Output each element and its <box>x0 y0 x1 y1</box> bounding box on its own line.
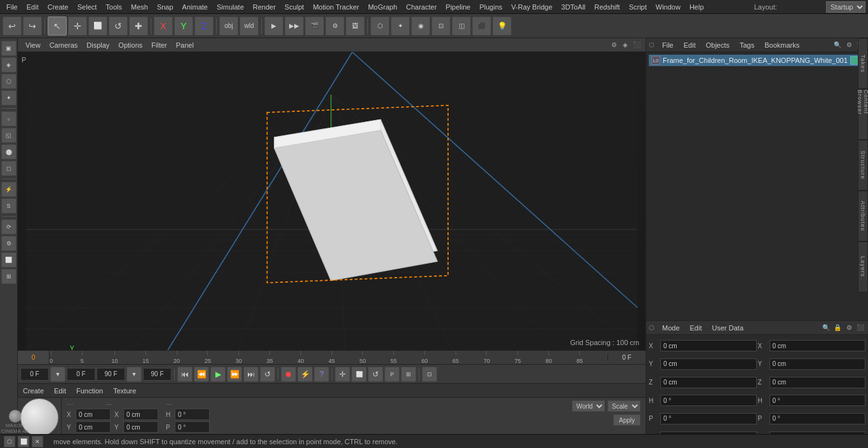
menu-help[interactable]: Help <box>686 2 708 12</box>
layout-select[interactable]: Startup <box>826 1 865 13</box>
viewport-menu-cameras[interactable]: Cameras <box>46 40 82 50</box>
tab-content-browser[interactable]: Content Browser <box>858 89 868 140</box>
object-button[interactable]: obj <box>219 17 238 36</box>
undo-button[interactable]: ↩ <box>3 17 22 36</box>
snap-2d[interactable]: ✦ <box>391 17 410 36</box>
pb-play[interactable]: ▶ <box>210 367 226 382</box>
coord-p-val[interactable]: 0 ° <box>175 421 210 433</box>
transform-tool-button[interactable]: ✚ <box>129 17 148 36</box>
render-to-po[interactable]: ▶▶ <box>285 17 304 36</box>
menu-mograph[interactable]: MoGraph <box>364 2 401 12</box>
sidebar-btn-6[interactable]: ◱ <box>1 128 17 143</box>
pb-loop[interactable]: ↺ <box>260 367 275 382</box>
coord-y2-val[interactable]: 0 cm <box>123 421 158 433</box>
menu-create[interactable]: Create <box>44 2 72 12</box>
sidebar-btn-1[interactable]: ▣ <box>1 41 17 56</box>
playback-current-frame[interactable]: 0 F <box>67 368 95 381</box>
obj-settings-icon[interactable]: ⚙ <box>844 40 854 50</box>
pb-all-key[interactable]: P <box>384 367 400 382</box>
sidebar-btn-12[interactable]: ⚙ <box>1 236 17 251</box>
mat-menu-function[interactable]: Function <box>74 386 105 396</box>
viewport-menu-options[interactable]: Options <box>114 40 146 50</box>
attr-z-value[interactable]: 0 cm <box>660 377 757 388</box>
obj-menu-bookmarks[interactable]: Bookmarks <box>762 40 802 50</box>
viewport[interactable]: Perspective <box>18 52 646 350</box>
attr-expand-icon[interactable]: ⬛ <box>855 323 865 333</box>
obj-menu-tags[interactable]: Tags <box>737 40 757 50</box>
menu-script[interactable]: Script <box>625 2 651 12</box>
pb-goto-start[interactable]: ⏮ <box>177 367 193 382</box>
redo-button[interactable]: ↪ <box>23 17 42 36</box>
menu-vray[interactable]: V-Ray Bridge <box>508 2 557 12</box>
select-tool-button[interactable]: ↖ <box>48 17 67 36</box>
pb-rotate-key[interactable]: ↺ <box>368 367 383 382</box>
pb-goto-end[interactable]: ⏭ <box>243 367 259 382</box>
menu-simulate[interactable]: Simulate <box>213 2 248 12</box>
attr-x2-value[interactable]: 0 cm <box>770 340 866 351</box>
playback-end-frame[interactable]: 90 F <box>97 368 125 381</box>
sidebar-btn-13[interactable]: ⬜ <box>1 252 17 268</box>
snap-edge[interactable]: ⬛ <box>472 17 491 36</box>
pb-arrow-down-2[interactable]: ▼ <box>126 367 142 382</box>
attr-x-value[interactable]: 0 cm <box>660 340 757 351</box>
pb-record-btn[interactable]: ⏺ <box>281 367 296 382</box>
attr-h2-value[interactable]: 0 ° <box>770 395 866 406</box>
menu-animate[interactable]: Animate <box>179 2 212 12</box>
status-icon-3[interactable]: ✕ <box>32 436 43 447</box>
attr-h-value[interactable]: 0 ° <box>660 395 757 406</box>
menu-redshift[interactable]: Redshift <box>590 2 623 12</box>
scale-tool-button[interactable]: ⬜ <box>88 17 107 36</box>
sidebar-btn-5[interactable]: ⬦ <box>1 111 17 126</box>
viewport-icon-1[interactable]: ⚙ <box>609 40 619 50</box>
attr-search-icon[interactable]: 🔍 <box>821 323 831 333</box>
sidebar-btn-7[interactable]: ⬤ <box>1 144 17 160</box>
tab-attributes[interactable]: Attributes <box>858 191 868 241</box>
mat-menu-edit[interactable]: Edit <box>51 386 69 396</box>
attr-menu-userdata[interactable]: User Data <box>710 323 747 333</box>
sidebar-btn-4[interactable]: ✦ <box>1 90 17 105</box>
viewport-icon-2[interactable]: ◈ <box>620 40 630 50</box>
timeline-ruler[interactable]: 051015202530354045505560657075808590 <box>50 351 607 364</box>
obj-menu-objects[interactable]: Objects <box>703 40 732 50</box>
coord-h-val[interactable]: 0 ° <box>175 409 210 420</box>
menu-file[interactable]: File <box>3 2 22 12</box>
menu-snap[interactable]: Snap <box>153 2 177 12</box>
viewport-menu-display[interactable]: Display <box>83 40 113 50</box>
world-button[interactable]: wld <box>240 17 259 36</box>
pb-mode-btn[interactable]: ⊡ <box>422 367 437 382</box>
viewport-menu-filter[interactable]: Filter <box>147 40 170 50</box>
status-icon-1[interactable]: ⬡ <box>4 436 15 447</box>
status-icon-2[interactable]: ⬜ <box>18 436 29 447</box>
world-dropdown[interactable]: World <box>572 400 605 412</box>
x-axis-button[interactable]: X <box>154 17 173 36</box>
attr-lock-icon[interactable]: 🔒 <box>832 323 843 333</box>
playback-preview-end[interactable]: 90 F <box>143 368 172 381</box>
snap-vertex[interactable]: ◫ <box>452 17 471 36</box>
move-tool-button[interactable]: ✛ <box>68 17 87 36</box>
make-preview[interactable]: 🎬 <box>305 17 324 36</box>
attr-p2-value[interactable]: 0 ° <box>770 413 866 424</box>
menu-sculpt[interactable]: Sculpt <box>281 2 308 12</box>
menu-plugins[interactable]: Plugins <box>475 2 506 12</box>
pb-arrow-down[interactable]: ▼ <box>50 367 65 382</box>
pb-move-key[interactable]: ✛ <box>335 367 350 382</box>
sidebar-btn-8[interactable]: ◻ <box>1 161 17 176</box>
menu-3dtoall[interactable]: 3DToAll <box>557 2 589 12</box>
snap-3d[interactable]: ◉ <box>411 17 430 36</box>
sidebar-btn-2[interactable]: ◈ <box>1 57 17 72</box>
pb-step-back[interactable]: ⏪ <box>194 367 209 382</box>
mat-menu-create[interactable]: Create <box>20 386 46 396</box>
y-axis-button[interactable]: Y <box>174 17 193 36</box>
menu-render[interactable]: Render <box>249 2 280 12</box>
menu-window[interactable]: Window <box>652 2 684 12</box>
attr-menu-mode[interactable]: Mode <box>660 323 682 333</box>
sidebar-btn-14[interactable]: ⊞ <box>1 269 17 284</box>
sidebar-btn-10[interactable]: S <box>1 198 17 214</box>
snap-grid[interactable]: ⊡ <box>431 17 451 36</box>
attr-p-value[interactable]: 0 ° <box>660 413 757 424</box>
attr-y-value[interactable]: 0 cm <box>660 358 757 370</box>
playback-start-frame[interactable]: 0 F <box>20 368 49 381</box>
pb-autokey[interactable]: ⚡ <box>297 367 313 382</box>
viewport-icon-3[interactable]: ⬛ <box>632 40 642 50</box>
viewport-menu-panel[interactable]: Panel <box>172 40 198 50</box>
